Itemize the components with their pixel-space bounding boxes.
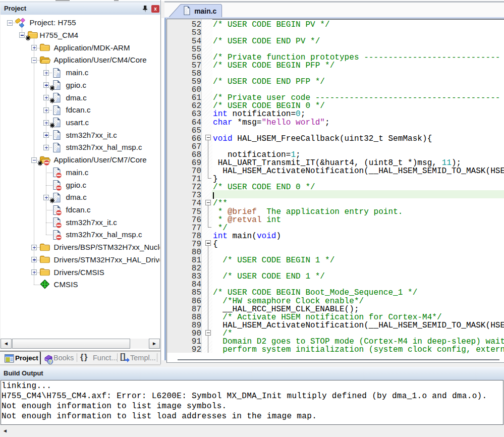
- svg-text:main.c: main.c: [194, 7, 216, 15]
- svg-text:?: ?: [49, 359, 52, 365]
